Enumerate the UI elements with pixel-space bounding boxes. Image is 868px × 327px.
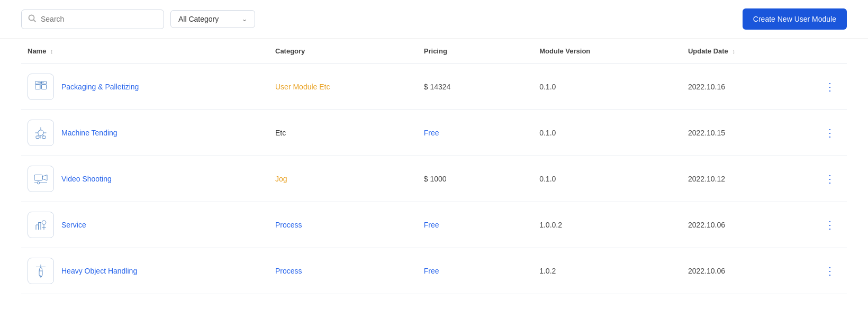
col-header-module-version: Module Version xyxy=(533,39,682,64)
col-header-action xyxy=(814,39,847,64)
cell-pricing-1: Free xyxy=(418,110,533,156)
modules-table: Name ↕ Category Pricing Module Version U… xyxy=(21,39,847,294)
cell-date-1: 2022.10.15 xyxy=(682,110,814,156)
col-header-name: Name ↕ xyxy=(21,39,269,64)
cell-version-2: 0.1.0 xyxy=(533,156,682,202)
cell-version-0: 0.1.0 xyxy=(533,64,682,110)
svg-rect-13 xyxy=(36,136,39,139)
cell-pricing-0: $ 14324 xyxy=(418,64,533,110)
table-row: Packaging & Palletizing User Module Etc … xyxy=(21,64,847,110)
version-value-2: 0.1.0 xyxy=(539,175,556,183)
table-row: Video Shooting Jog $ 1000 0.1.0 2022.10.… xyxy=(21,156,847,202)
version-value-0: 0.1.0 xyxy=(539,83,556,91)
category-value-3: Process xyxy=(275,221,302,229)
name-cell-0: Packaging & Palletizing xyxy=(28,74,263,100)
cell-pricing-4: Free xyxy=(418,248,533,294)
date-value-1: 2022.10.15 xyxy=(688,129,725,137)
table-row: Service Process Free 1.0.0.2 2022.10.06 … xyxy=(21,202,847,248)
more-options-button-1[interactable]: ⋮ xyxy=(820,125,839,140)
module-icon-3 xyxy=(28,212,54,238)
module-name-3[interactable]: Service xyxy=(61,221,86,229)
search-input[interactable] xyxy=(41,15,157,23)
svg-point-22 xyxy=(42,221,46,225)
module-name-1[interactable]: Machine Tending xyxy=(61,129,117,137)
cell-name-4: Heavy Object Handling xyxy=(21,248,269,294)
cell-action-2: ⋮ xyxy=(814,156,847,202)
svg-point-19 xyxy=(37,181,40,184)
name-cell-1: Machine Tending xyxy=(28,120,263,146)
sort-icon-name[interactable]: ↕ xyxy=(50,48,53,54)
table-header-row: Name ↕ Category Pricing Module Version U… xyxy=(21,39,847,64)
module-icon-4 xyxy=(28,258,54,284)
cell-version-4: 1.0.2 xyxy=(533,248,682,294)
cell-pricing-2: $ 1000 xyxy=(418,156,533,202)
svg-rect-17 xyxy=(34,175,42,181)
cell-action-1: ⋮ xyxy=(814,110,847,156)
sort-icon-date[interactable]: ↕ xyxy=(732,48,735,54)
col-header-category: Category xyxy=(269,39,418,64)
svg-line-1 xyxy=(34,20,36,22)
chevron-down-icon: ⌄ xyxy=(242,15,247,23)
category-value-0: User Module Etc xyxy=(275,83,330,91)
module-name-4[interactable]: Heavy Object Handling xyxy=(61,267,137,275)
cell-name-3: Service xyxy=(21,202,269,248)
table-container: Name ↕ Category Pricing Module Version U… xyxy=(0,39,868,294)
version-value-4: 1.0.2 xyxy=(539,267,556,275)
cell-category-2: Jog xyxy=(269,156,418,202)
cell-action-3: ⋮ xyxy=(814,202,847,248)
cell-category-3: Process xyxy=(269,202,418,248)
toolbar: All Category ⌄ Create New User Module xyxy=(0,0,868,39)
pricing-value-1: Free xyxy=(424,129,439,137)
pricing-value-0: $ 14324 xyxy=(424,83,451,91)
category-value-2: Jog xyxy=(275,175,287,183)
cell-name-1: Machine Tending xyxy=(21,110,269,156)
create-new-user-module-button[interactable]: Create New User Module xyxy=(743,8,847,30)
category-label: All Category xyxy=(178,15,237,23)
cell-date-0: 2022.10.16 xyxy=(682,64,814,110)
pricing-value-3: Free xyxy=(424,221,439,229)
pricing-value-2: $ 1000 xyxy=(424,175,447,183)
date-value-4: 2022.10.06 xyxy=(688,267,725,275)
more-options-button-2[interactable]: ⋮ xyxy=(820,171,839,186)
date-value-2: 2022.10.12 xyxy=(688,175,725,183)
cell-date-4: 2022.10.06 xyxy=(682,248,814,294)
cell-date-2: 2022.10.12 xyxy=(682,156,814,202)
module-name-2[interactable]: Video Shooting xyxy=(61,175,112,183)
cell-name-2: Video Shooting xyxy=(21,156,269,202)
cell-category-0: User Module Etc xyxy=(269,64,418,110)
cell-name-0: Packaging & Palletizing xyxy=(21,64,269,110)
cell-action-0: ⋮ xyxy=(814,64,847,110)
module-icon-0 xyxy=(28,74,54,100)
col-header-pricing: Pricing xyxy=(418,39,533,64)
svg-rect-2 xyxy=(35,85,40,89)
cell-version-1: 0.1.0 xyxy=(533,110,682,156)
col-header-update-date: Update Date ↕ xyxy=(682,39,814,64)
cell-pricing-3: Free xyxy=(418,202,533,248)
cell-date-3: 2022.10.06 xyxy=(682,202,814,248)
module-name-0[interactable]: Packaging & Palletizing xyxy=(61,83,139,91)
more-options-button-3[interactable]: ⋮ xyxy=(820,217,839,232)
cell-category-4: Process xyxy=(269,248,418,294)
cell-version-3: 1.0.0.2 xyxy=(533,202,682,248)
svg-rect-14 xyxy=(42,136,46,139)
search-wrapper[interactable] xyxy=(21,10,164,29)
module-icon-2 xyxy=(28,166,54,192)
cell-action-4: ⋮ xyxy=(814,248,847,294)
name-cell-4: Heavy Object Handling xyxy=(28,258,263,284)
pricing-value-4: Free xyxy=(424,267,439,275)
name-cell-3: Service xyxy=(28,212,263,238)
version-value-3: 1.0.0.2 xyxy=(539,221,562,229)
svg-point-0 xyxy=(29,15,34,20)
svg-rect-3 xyxy=(42,85,47,89)
version-value-1: 0.1.0 xyxy=(539,129,556,137)
more-options-button-0[interactable]: ⋮ xyxy=(820,79,839,94)
date-value-3: 2022.10.06 xyxy=(688,221,725,229)
category-value-1: Etc xyxy=(275,129,286,137)
search-icon xyxy=(28,14,37,24)
module-icon-1 xyxy=(28,120,54,146)
date-value-0: 2022.10.16 xyxy=(688,83,725,91)
more-options-button-4[interactable]: ⋮ xyxy=(820,264,839,278)
name-cell-2: Video Shooting xyxy=(28,166,263,192)
category-value-4: Process xyxy=(275,267,302,275)
category-select[interactable]: All Category ⌄ xyxy=(170,10,255,28)
